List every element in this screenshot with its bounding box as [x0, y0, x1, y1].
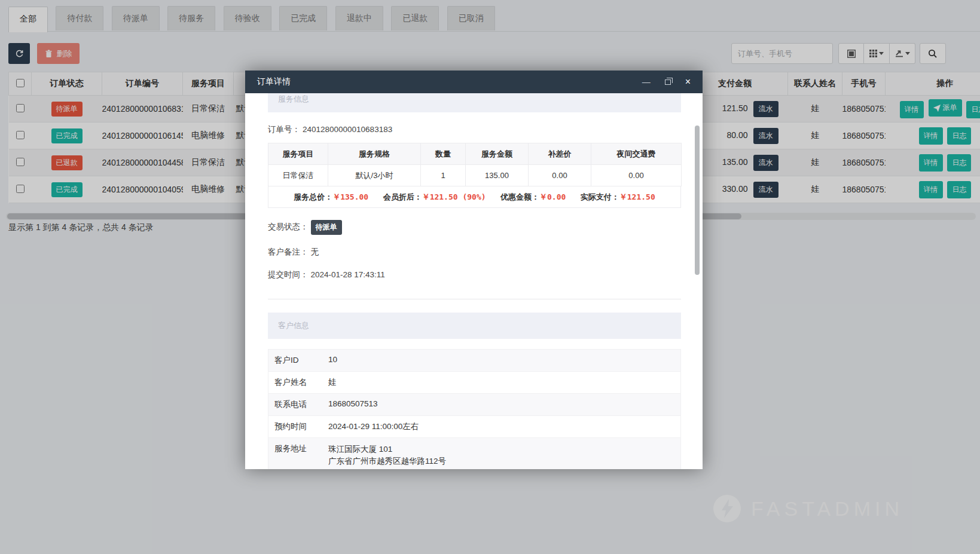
svc-col-amount: 服务金额: [466, 143, 529, 165]
total-price: 服务总价：￥135.00: [294, 191, 368, 203]
svc-col-night-fee: 夜间交通费: [591, 143, 682, 165]
modal-title: 订单详情: [257, 76, 628, 87]
customer-id-label: 客户ID: [268, 350, 328, 371]
address-line-2: 广东省广州市越秀区越华路112号: [328, 455, 680, 467]
svc-col-spec: 服务规格: [328, 143, 421, 165]
modal-scrollbar-thumb[interactable]: [695, 126, 700, 275]
customer-row: 联系电话 18680507513: [268, 394, 680, 416]
svc-diff: 0.00: [529, 165, 591, 186]
svc-amount: 135.00: [466, 165, 529, 186]
actual-paid-value: ￥121.50: [619, 192, 655, 201]
customer-section-heading: 客户信息: [268, 313, 681, 339]
total-price-label: 服务总价：: [294, 192, 332, 201]
customer-name-value: 娃: [328, 372, 680, 393]
service-item-row: 日常保洁 默认/3小时 1 135.00 0.00 0.00: [268, 165, 682, 186]
remark-line: 客户备注：无: [268, 247, 681, 258]
member-discounted-value: ￥121.50 (90%): [422, 192, 486, 201]
trade-status-badge: 待派单: [311, 220, 342, 235]
submit-time-line: 提交时间：2024-01-28 17:43:11: [268, 270, 681, 280]
customer-row: 服务地址 珠江国际大厦 101 广东省广州市越秀区越华路112号: [268, 438, 680, 469]
actual-paid: 实际支付：￥121.50: [581, 191, 655, 203]
service-address-value: 珠江国际大厦 101 广东省广州市越秀区越华路112号: [328, 438, 680, 469]
trade-status-label: 交易状态：: [268, 222, 309, 231]
modal-header[interactable]: 订单详情 — ×: [245, 71, 703, 93]
totals-row: 服务总价：￥135.00 会员折后：￥121.50 (90%) 优惠金额：￥0.…: [268, 186, 681, 208]
customer-row: 客户姓名 娃: [268, 372, 680, 394]
minimize-button[interactable]: —: [642, 78, 651, 86]
coupon-amount: 优惠金额：￥0.00: [500, 191, 566, 203]
svc-night-fee: 0.00: [591, 165, 682, 186]
coupon-amount-label: 优惠金额：: [500, 192, 539, 201]
customer-id-value: 10: [328, 350, 680, 371]
order-detail-modal: 订单详情 — × 服务信息 订单号：24012800000010683183 服…: [245, 71, 703, 469]
order-no-value: 24012800000010683183: [303, 125, 392, 134]
remark-value: 无: [311, 247, 319, 256]
order-admin-page: 全部 待付款 待派单 待服务 待验收 已完成 退款中 已退款 已取消 删除: [0, 0, 980, 554]
submit-time-label: 提交时间：: [268, 270, 309, 279]
customer-info-table: 客户ID 10 客户姓名 娃 联系电话 18680507513 预约时间 202…: [268, 349, 681, 469]
total-price-value: ￥135.00: [332, 192, 368, 201]
member-discounted-label: 会员折后：: [383, 192, 422, 201]
section-divider: [268, 299, 681, 299]
booking-time-value: 2024-01-29 11:00:00左右: [328, 416, 680, 437]
submit-time-value: 2024-01-28 17:43:11: [311, 270, 385, 279]
customer-phone-value: 18680507513: [328, 394, 680, 415]
svc-col-item: 服务项目: [268, 143, 328, 165]
order-no-line: 订单号：24012800000010683183: [268, 124, 681, 135]
trade-status-line: 交易状态：待派单: [268, 220, 681, 235]
svc-col-qty: 数量: [421, 143, 466, 165]
svc-col-diff: 补差价: [529, 143, 591, 165]
svc-spec: 默认/3小时: [328, 165, 421, 186]
maximize-button[interactable]: [665, 78, 671, 86]
service-items-table: 服务项目 服务规格 数量 服务金额 补差价 夜间交通费 日常保洁 默认/3小时 …: [268, 143, 682, 186]
customer-row: 预约时间 2024-01-29 11:00:00左右: [268, 416, 680, 438]
remark-label: 客户备注：: [268, 247, 309, 256]
customer-row: 客户ID 10: [268, 350, 680, 372]
close-button[interactable]: ×: [685, 77, 691, 87]
actual-paid-label: 实际支付：: [581, 192, 619, 201]
svc-qty: 1: [421, 165, 466, 186]
customer-name-label: 客户姓名: [268, 372, 328, 393]
service-section-heading: 服务信息: [268, 93, 681, 112]
order-no-label: 订单号：: [268, 125, 300, 134]
member-discounted: 会员折后：￥121.50 (90%): [383, 191, 486, 203]
booking-time-label: 预约时间: [268, 416, 328, 437]
modal-body: 服务信息 订单号：24012800000010683183 服务项目 服务规格 …: [245, 93, 703, 469]
customer-phone-label: 联系电话: [268, 394, 328, 415]
address-line-1: 珠江国际大厦 101: [328, 443, 680, 455]
service-address-label: 服务地址: [268, 438, 328, 469]
coupon-amount-value: ￥0.00: [539, 192, 566, 201]
svc-item: 日常保洁: [268, 165, 328, 186]
maximize-icon: [665, 79, 671, 85]
